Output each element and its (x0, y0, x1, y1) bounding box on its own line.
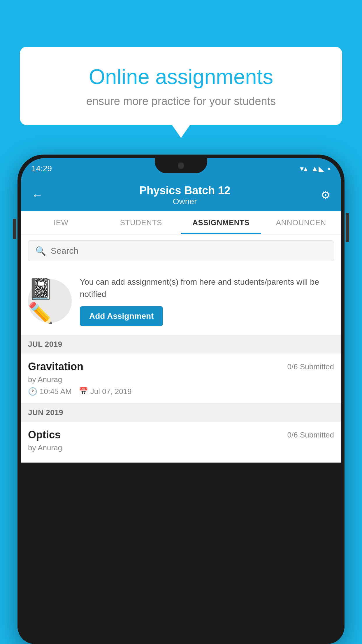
bubble-subtitle: ensure more practice for your students (43, 95, 319, 108)
status-icons: ▾▴ ▲◣ ▪ (300, 164, 331, 173)
assignment-submitted-gravitation: 0/6 Submitted (287, 362, 334, 371)
add-assignment-banner: 📓✏️ You can add assignment(s) from here … (21, 267, 341, 335)
search-icon: 🔍 (35, 246, 46, 256)
settings-button[interactable]: ⚙ (321, 189, 331, 202)
assignment-name-optics: Optics (28, 429, 61, 441)
bubble-title: Online assignments (43, 64, 319, 89)
tab-iew[interactable]: IEW (21, 211, 101, 234)
assignment-icon-circle: 📓✏️ (28, 279, 72, 323)
app-header: ← Physics Batch 12 Owner ⚙ (21, 179, 341, 211)
notch-camera (178, 162, 184, 169)
phone-side-btn-left (13, 219, 16, 239)
assignment-icon: 📓✏️ (28, 277, 72, 325)
section-header-jul: JUL 2019 (21, 335, 341, 354)
header-subtitle: Owner (49, 197, 321, 206)
assignment-submitted-optics: 0/6 Submitted (287, 430, 334, 440)
search-bar[interactable]: 🔍 (28, 240, 334, 261)
date-entry: 📅 Jul 07, 2019 (79, 387, 132, 396)
assignment-name-gravitation: Gravitation (28, 360, 83, 373)
add-assignment-button[interactable]: Add Assignment (80, 306, 163, 326)
assignment-item-optics[interactable]: Optics 0/6 Submitted by Anurag (21, 422, 341, 463)
back-button[interactable]: ← (31, 189, 43, 202)
header-title: Physics Batch 12 (49, 184, 321, 197)
assignment-row1: Gravitation 0/6 Submitted (28, 360, 334, 373)
tabs: IEW STUDENTS ASSIGNMENTS ANNOUNCEN (21, 211, 341, 235)
signal-icon: ▲◣ (311, 164, 324, 173)
search-container: 🔍 (21, 235, 341, 267)
speech-bubble: Online assignments ensure more practice … (20, 47, 342, 125)
phone-side-btn-right (346, 213, 349, 242)
tab-assignments[interactable]: ASSIGNMENTS (181, 211, 261, 234)
notch (155, 158, 207, 173)
app-screen: ← Physics Batch 12 Owner ⚙ IEW STUDENTS … (21, 179, 341, 463)
assignment-by-gravitation: by Anurag (28, 375, 334, 384)
assignment-row1-optics: Optics 0/6 Submitted (28, 429, 334, 441)
status-bar: 14:29 ▾▴ ▲◣ ▪ (21, 158, 341, 179)
assignment-by-optics: by Anurag (28, 443, 334, 452)
assignment-date: Jul 07, 2019 (90, 387, 132, 396)
assignment-item-gravitation[interactable]: Gravitation 0/6 Submitted by Anurag 🕐 10… (21, 354, 341, 403)
assignment-description: You can add assignment(s) from here and … (80, 276, 334, 300)
clock-icon: 🕐 (28, 387, 37, 396)
speech-bubble-container: Online assignments ensure more practice … (20, 47, 342, 125)
assignment-time: 10:45 AM (40, 387, 72, 396)
tab-announcements[interactable]: ANNOUNCEN (261, 211, 341, 234)
battery-icon: ▪ (328, 164, 331, 173)
phone-frame: 14:29 ▾▴ ▲◣ ▪ ← Physics Batch 12 Owner ⚙ (17, 155, 345, 644)
calendar-icon: 📅 (79, 387, 88, 396)
wifi-icon: ▾▴ (300, 164, 307, 173)
tab-students[interactable]: STUDENTS (101, 211, 181, 234)
search-input[interactable] (51, 246, 327, 256)
header-center: Physics Batch 12 Owner (49, 184, 321, 206)
phone-inner: 14:29 ▾▴ ▲◣ ▪ ← Physics Batch 12 Owner ⚙ (21, 158, 341, 640)
assignment-datetime-gravitation: 🕐 10:45 AM 📅 Jul 07, 2019 (28, 387, 334, 396)
section-header-jun: JUN 2019 (21, 403, 341, 422)
status-time: 14:29 (31, 164, 52, 173)
time-entry: 🕐 10:45 AM (28, 387, 72, 396)
assignment-info: You can add assignment(s) from here and … (80, 276, 334, 326)
